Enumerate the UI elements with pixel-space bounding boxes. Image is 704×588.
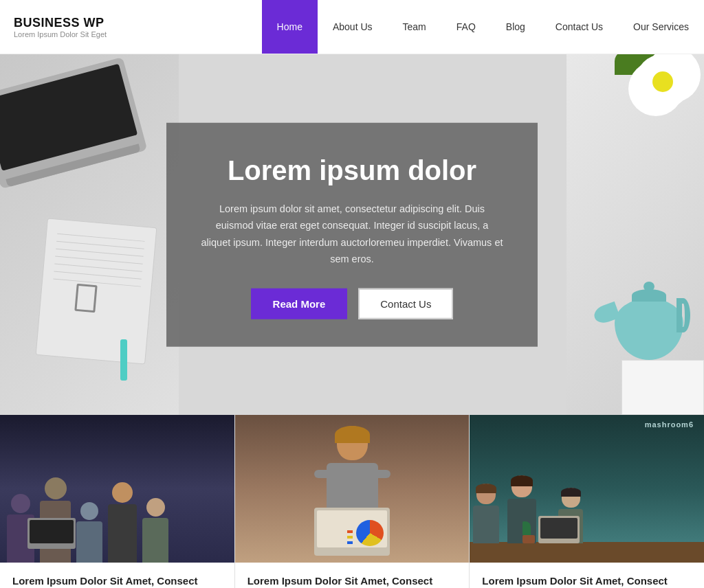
legend-item xyxy=(347,530,353,533)
teapot-handle xyxy=(676,298,690,332)
card-3: mashroom6 xyxy=(470,415,704,588)
person-head xyxy=(11,494,30,513)
hero-title: Lorem ipsum dolor xyxy=(201,153,503,186)
binder-clip-decoration xyxy=(74,284,97,313)
head xyxy=(562,488,580,508)
notebook-line xyxy=(56,249,144,257)
meeting-person-1 xyxy=(473,484,499,543)
person-head xyxy=(112,482,133,503)
laptop-screen xyxy=(30,520,74,543)
hair xyxy=(511,475,533,486)
logo: BUSINESS WP Lorem Ipsum Dolor Sit Eget xyxy=(0,16,151,38)
body xyxy=(473,506,499,543)
read-more-button[interactable]: Read More xyxy=(251,289,348,319)
notebook2-decoration xyxy=(622,360,704,415)
card-1-bg xyxy=(0,415,234,563)
nav-home[interactable]: Home xyxy=(262,0,318,54)
person-body xyxy=(76,521,102,563)
solo-head xyxy=(337,426,368,460)
nav-blog[interactable]: Blog xyxy=(491,0,540,54)
main-nav: Home About Us Team FAQ Blog Contact Us O… xyxy=(262,0,704,54)
hair xyxy=(476,484,496,493)
solo-person xyxy=(314,426,390,556)
card-1-text: Lorem Ipsum Dolor Sit Amet, Consect Adip… xyxy=(0,563,234,588)
solo-hair xyxy=(335,426,370,443)
card-2-title: Lorem Ipsum Dolor Sit Amet, Consect Adip… xyxy=(248,574,457,588)
person-5 xyxy=(142,498,168,563)
office-sign: mashroom6 xyxy=(645,420,694,429)
arm-right xyxy=(378,470,390,478)
site-header: BUSINESS WP Lorem Ipsum Dolor Sit Eget H… xyxy=(0,0,704,54)
legend-color-2 xyxy=(347,536,353,539)
card-3-text: Lorem Ipsum Dolor Sit Amet, Consect Adip… xyxy=(470,563,704,588)
hero-section: Lorem ipsum dolor Lorem ipsum dolor sit … xyxy=(0,54,704,415)
logo-title: BUSINESS WP xyxy=(14,16,138,30)
card-2-text: Lorem Ipsum Dolor Sit Amet, Consect Adip… xyxy=(235,563,470,588)
card-2-bg xyxy=(235,415,470,563)
marker-decoration xyxy=(120,339,127,381)
card-2: Lorem Ipsum Dolor Sit Amet, Consect Adip… xyxy=(235,415,470,588)
legend-item-3 xyxy=(347,541,353,544)
person-body xyxy=(142,518,168,563)
solo-body xyxy=(327,463,378,508)
person-body xyxy=(108,504,137,563)
arm-left xyxy=(314,470,327,478)
head xyxy=(476,484,496,504)
hero-bg-left xyxy=(0,54,179,415)
plant-pot xyxy=(522,521,535,543)
card-1-title: Lorem Ipsum Dolor Sit Amet, Consect Adip… xyxy=(12,574,222,588)
person-head xyxy=(146,498,165,517)
hero-buttons: Read More Contact Us xyxy=(201,289,503,319)
nav-faq[interactable]: FAQ xyxy=(441,0,491,54)
pie-chart xyxy=(356,520,384,546)
solo-person-scene xyxy=(235,426,470,563)
meeting-laptop xyxy=(28,518,76,549)
legend-color xyxy=(347,530,353,533)
card-3-image: mashroom6 xyxy=(470,415,704,563)
flower-decoration xyxy=(608,54,704,150)
legend xyxy=(347,530,353,544)
hero-content-box: Lorem ipsum dolor Lorem ipsum dolor sit … xyxy=(166,122,538,347)
flower-center xyxy=(652,71,673,92)
card-1-image xyxy=(0,415,234,563)
notebook-line xyxy=(54,271,142,280)
person-3 xyxy=(76,502,102,563)
notebook-line xyxy=(56,241,144,249)
cards-section: Lorem Ipsum Dolor Sit Amet, Consect Adip… xyxy=(0,415,704,588)
card3-laptop xyxy=(538,516,580,543)
hero-bg-right xyxy=(566,54,704,415)
person-head xyxy=(45,477,67,499)
card-3-bg: mashroom6 xyxy=(470,415,704,563)
notebook-line xyxy=(54,264,142,272)
person-head xyxy=(80,502,98,520)
hero-description: Lorem ipsum dolor sit amet, consectetur … xyxy=(201,200,503,268)
teapot-decoration xyxy=(601,278,697,360)
laptop-screen-content xyxy=(317,510,387,547)
notebook-line xyxy=(55,256,143,264)
table xyxy=(470,542,704,563)
legend-item-2 xyxy=(347,536,353,539)
plant-stem xyxy=(522,521,531,535)
laptop-on-desk xyxy=(314,508,390,556)
meeting-people xyxy=(473,475,583,543)
logo-subtitle: Lorem Ipsum Dolor Sit Eget xyxy=(14,30,138,38)
notebook-line xyxy=(57,234,145,242)
pot xyxy=(522,535,535,543)
nav-team[interactable]: Team xyxy=(388,0,441,54)
notebook-lines xyxy=(52,234,144,294)
legend-color-3 xyxy=(347,541,353,544)
hair xyxy=(561,488,581,497)
nav-services[interactable]: Our Services xyxy=(618,0,704,54)
nav-about[interactable]: About Us xyxy=(318,0,388,54)
head xyxy=(512,475,532,497)
card-1: Lorem Ipsum Dolor Sit Amet, Consect Adip… xyxy=(0,415,234,588)
teapot-body xyxy=(615,298,683,360)
person-4 xyxy=(108,482,137,563)
nav-contact[interactable]: Contact Us xyxy=(540,0,618,54)
laptop-decoration xyxy=(0,57,147,189)
card-3-title: Lorem Ipsum Dolor Sit Amet, Consect Adip… xyxy=(482,574,692,588)
card-2-image xyxy=(235,415,470,563)
contact-us-button[interactable]: Contact Us xyxy=(358,289,453,319)
teapot-knob xyxy=(644,282,654,291)
card3-laptop-screen xyxy=(540,518,578,539)
